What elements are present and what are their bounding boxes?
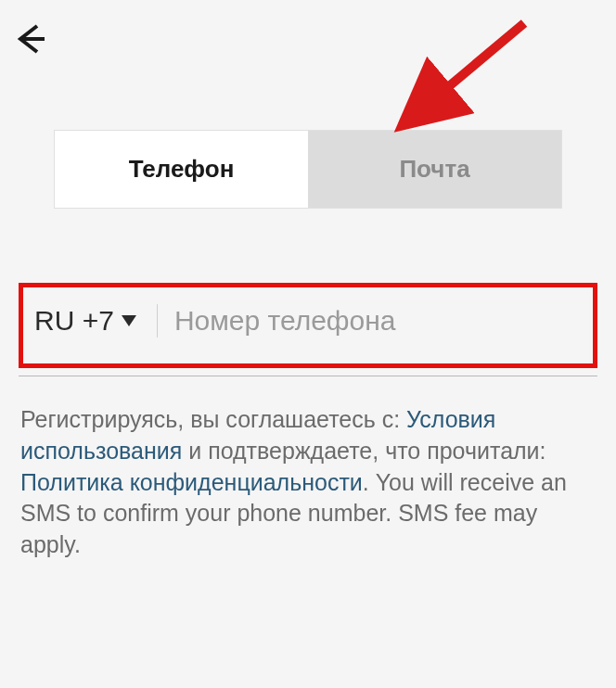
back-arrow-icon [9,19,50,59]
phone-number-input[interactable]: Номер телефона [174,305,582,337]
phone-input-highlight: RU +7 Номер телефона [19,283,597,368]
tab-email[interactable]: Почта [308,131,561,208]
legal-text-part1: Регистрируясь, вы соглашаетесь с: [20,406,406,432]
svg-line-2 [408,23,524,121]
signup-tabs: Телефон Почта [54,130,562,209]
tab-email-label: Почта [399,155,469,183]
legal-disclaimer: Регистрируясь, вы соглашаетесь с: Услови… [20,404,596,561]
chevron-down-icon [122,315,136,326]
annotation-arrow-icon [380,14,538,147]
legal-text-part2: и подтверждаете, что прочитали: [182,438,545,464]
privacy-link[interactable]: Политика конфиденциальности [20,469,363,495]
tab-phone-label: Телефон [129,155,235,183]
country-code-selector[interactable]: RU +7 [34,305,136,337]
back-button[interactable] [9,19,50,63]
input-divider [157,304,158,338]
horizontal-divider [19,376,597,376]
tab-phone[interactable]: Телефон [55,131,308,208]
svg-marker-3 [122,315,136,326]
country-code-label: RU +7 [34,305,114,337]
